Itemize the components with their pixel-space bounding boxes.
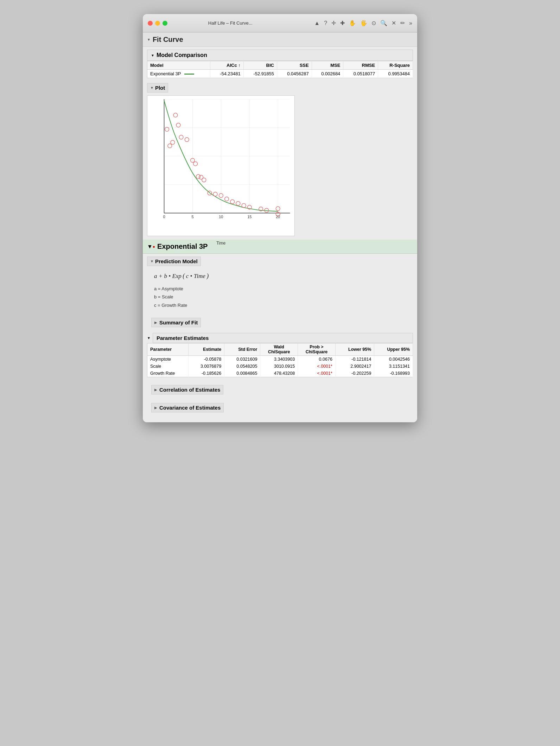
param-scale: Scale — [147, 363, 189, 370]
model-comparison-table: Model AICc ↑ BIC SSE MSE RMSE R-Square E… — [147, 61, 413, 78]
svg-text:5: 5 — [191, 215, 193, 219]
data-point — [173, 113, 178, 117]
plot-container: Y Time — [147, 95, 295, 236]
param-growth-rate: Growth Rate — [147, 370, 189, 377]
move-icon[interactable]: ✚ — [340, 20, 345, 26]
col-wald: WaldChiSquare — [260, 343, 298, 356]
asymptote-lower: -0.121814 — [335, 356, 374, 363]
param-asymptote: Asymptote — [147, 356, 189, 363]
toolbar: ▲ ? ✛ ✚ ✋ 🖐 ⊙ 🔍 ✕ ✏ » — [314, 20, 412, 26]
plot-header[interactable]: ▼ Plot — [147, 83, 168, 93]
content-area: ▼ Fit Curve ▼ Model Comparison Model AIC… — [143, 32, 417, 422]
x-axis-label: Time — [216, 241, 225, 246]
plot-svg: 0 0.5 1 1.5 2 0 5 10 15 20 — [163, 99, 291, 223]
col-aicc: AICc ↑ — [210, 61, 243, 70]
exp-red-indicator: ● — [153, 244, 155, 249]
rmse-value: 0.0518077 — [343, 70, 378, 78]
fit-curve-title: Fit Curve — [153, 36, 183, 44]
growth-stderr: 0.0084865 — [224, 370, 260, 377]
growth-prob: <.0001* — [298, 370, 336, 377]
param-a: a = Asymptote — [154, 285, 406, 293]
window-title: Half Life – Fit Curve... — [150, 20, 311, 26]
annotate-icon[interactable]: ✏ — [400, 20, 405, 26]
data-point — [171, 140, 175, 145]
growth-wald: 478.43208 — [260, 370, 298, 377]
data-point — [179, 135, 183, 139]
fit-curve-header[interactable]: ▼ Fit Curve — [143, 32, 417, 47]
data-point — [165, 127, 169, 131]
data-point — [202, 178, 206, 182]
data-point — [230, 200, 235, 204]
hand-icon[interactable]: ✋ — [349, 20, 356, 26]
asymptote-wald: 3.3403903 — [260, 356, 298, 363]
more-icon[interactable]: » — [409, 20, 412, 26]
parameter-estimates-table: Parameter Estimate Std Error WaldChiSqua… — [147, 343, 413, 377]
pm-collapse-triangle: ▼ — [150, 259, 154, 263]
plot-collapse-triangle: ▼ — [150, 86, 154, 90]
data-point — [176, 123, 180, 127]
asymptote-prob: 0.0676 — [298, 356, 336, 363]
zoom-icon[interactable]: 🔍 — [380, 20, 387, 26]
col-sse: SSE — [277, 61, 312, 70]
lasso-icon[interactable]: ⊙ — [371, 20, 376, 26]
col-prob: Prob >ChiSquare — [298, 343, 336, 356]
main-window: Half Life – Fit Curve... ▲ ? ✛ ✚ ✋ 🖐 ⊙ 🔍… — [143, 14, 417, 422]
summary-of-fit-header[interactable]: ▶ Summary of Fit — [151, 318, 201, 327]
param-b: b = Scale — [154, 293, 406, 301]
asymptote-stderr: 0.0321609 — [224, 356, 260, 363]
table-row: Asymptote -0.05878 0.0321609 3.3403903 0… — [147, 356, 413, 363]
scale-wald: 3010.0915 — [260, 363, 298, 370]
split-icon[interactable]: ✕ — [392, 20, 396, 26]
parameter-estimates-header: Parameter Estimates — [153, 333, 413, 343]
cov-expand-triangle: ▶ — [154, 406, 157, 410]
table-row: Growth Rate -0.185626 0.0084865 478.4320… — [147, 370, 413, 377]
col-mse: MSE — [312, 61, 343, 70]
grab-icon[interactable]: 🖐 — [360, 20, 367, 26]
model-name: Exponential 3P — [147, 70, 210, 78]
formula-text: a + b • Exp ( c • Time ) — [154, 272, 406, 280]
col-upper95: Upper 95% — [374, 343, 413, 356]
crosshair-icon[interactable]: ✛ — [331, 20, 336, 26]
collapse-triangle: ▼ — [147, 38, 151, 42]
bic-value: -52.91855 — [243, 70, 277, 78]
scale-estimate: 3.0076879 — [189, 363, 224, 370]
data-point — [185, 138, 189, 142]
growth-upper: -0.168993 — [374, 370, 413, 377]
plot-section: ▼ Plot Y Time — [143, 81, 417, 240]
growth-estimate: -0.185626 — [189, 370, 224, 377]
titlebar: Half Life – Fit Curve... ▲ ? ✛ ✚ ✋ 🖐 ⊙ 🔍… — [143, 14, 417, 32]
svg-text:0: 0 — [163, 215, 165, 219]
col-std-error: Std Error — [224, 343, 260, 356]
covariance-header[interactable]: ▶ Covariance of Estimates — [151, 403, 224, 412]
prediction-model-section: ▼ Prediction Model a + b • Exp ( c • Tim… — [143, 254, 417, 314]
scale-lower: 2.9002417 — [335, 363, 374, 370]
prediction-model-header[interactable]: ▼ Prediction Model — [147, 257, 201, 266]
table-row: Exponential 3P -54.23481 -52.91855 0.045… — [147, 70, 413, 78]
mc-collapse-triangle: ▼ — [151, 53, 154, 57]
rsquare-value: 0.9953484 — [378, 70, 413, 78]
svg-text:10: 10 — [219, 215, 223, 219]
data-point — [225, 197, 229, 201]
data-point — [213, 192, 217, 196]
svg-text:15: 15 — [247, 215, 252, 219]
parameter-estimates-title: Parameter Estimates — [157, 335, 409, 341]
corr-expand-triangle: ▶ — [154, 388, 157, 392]
col-parameter: Parameter — [147, 343, 189, 356]
covariance-title: Covariance of Estimates — [159, 405, 221, 411]
scale-upper: 3.1151341 — [374, 363, 413, 370]
col-lower95: Lower 95% — [335, 343, 374, 356]
formula-box: a + b • Exp ( c • Time ) a = Asymptote b… — [147, 269, 413, 312]
cursor-icon[interactable]: ▲ — [314, 20, 320, 26]
model-comparison-title: Model Comparison — [157, 52, 207, 58]
param-c: c = Growth Rate — [154, 301, 406, 309]
summary-of-fit-title: Summary of Fit — [159, 320, 198, 325]
scale-prob: <.0001* — [298, 363, 336, 370]
asymptote-estimate: -0.05878 — [189, 356, 224, 363]
col-rsquare: R-Square — [378, 61, 413, 70]
col-estimate: Estimate — [189, 343, 224, 356]
correlation-header[interactable]: ▶ Correlation of Estimates — [151, 385, 223, 394]
help-icon[interactable]: ? — [324, 20, 327, 26]
model-color-indicator — [184, 74, 194, 75]
exponential-3p-header[interactable]: ▼ ● Exponential 3P — [143, 240, 417, 254]
model-comparison-container: ▼ Model Comparison Model AICc ↑ BIC SSE … — [143, 47, 417, 81]
